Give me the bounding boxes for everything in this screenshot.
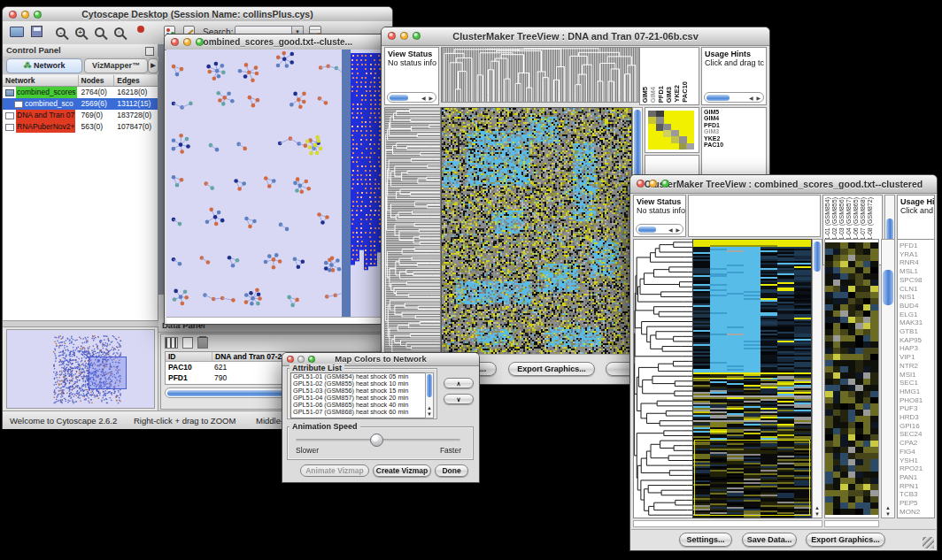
tv1-export-graphics-button[interactable]: Export Graphics... xyxy=(508,362,595,376)
resize-grip[interactable] xyxy=(923,537,934,548)
network-table-row[interactable]: DNA and Tran 07 769(0) 183728(0) xyxy=(3,110,158,121)
tv2-row-label[interactable]: TCB3 xyxy=(898,490,934,499)
scroll-arrows-icon[interactable]: ▲▼ xyxy=(882,505,894,518)
tv2-row-label[interactable]: FIG4 xyxy=(898,448,934,456)
network-graph-canvas[interactable] xyxy=(166,51,344,317)
cytoscape-titlebar[interactable]: Cytoscape Desktop (Session Name: collins… xyxy=(3,7,392,22)
done-button[interactable]: Done xyxy=(435,464,468,477)
treeview1-titlebar[interactable]: ClusterMaker TreeView : DNA and Tran 07-… xyxy=(382,27,769,46)
close-icon[interactable] xyxy=(9,11,17,19)
tv2-row-label[interactable]: HAP3 xyxy=(898,344,934,353)
tv1-status-scrollbar[interactable]: ◀ ▶ xyxy=(387,92,436,103)
minimize-icon[interactable] xyxy=(400,32,408,40)
tv2-row-label[interactable]: MSL1 xyxy=(898,267,934,276)
tv2-row-label[interactable]: SPC98 xyxy=(898,276,934,285)
tv2-heatmap-canvas[interactable] xyxy=(692,239,812,518)
help-lifesaver-icon[interactable] xyxy=(137,26,144,33)
splitter-handle[interactable] xyxy=(3,320,158,327)
tv2-heatmap-vscrollbar[interactable]: ▲▼ xyxy=(812,239,822,518)
create-vizmap-button[interactable]: Create Vizmap xyxy=(373,464,431,477)
tv1-thumbnail-panel[interactable] xyxy=(645,107,699,153)
tv2-row-label[interactable]: YSH1 xyxy=(898,456,934,465)
network-view-titlebar[interactable]: combined_scores_good.txt--cluste... xyxy=(165,35,386,50)
tv1-column-label[interactable]: PFD1 xyxy=(658,86,665,103)
animate-vizmap-button[interactable]: Animate Vizmap xyxy=(300,464,369,477)
zoom-window-icon[interactable] xyxy=(413,32,421,40)
tv2-zoom-heatmap[interactable] xyxy=(825,242,878,515)
zoom-window-icon[interactable] xyxy=(34,11,42,19)
save-icon[interactable] xyxy=(31,26,42,37)
tv2-row-label[interactable]: MAK31 xyxy=(898,318,934,327)
tv1-row-label[interactable]: GIM3 xyxy=(702,128,766,134)
tv2-row-label[interactable]: RPO21 xyxy=(898,464,934,473)
tab-overflow-icon[interactable]: ▶ xyxy=(148,58,158,73)
tv1-hints-scrollbar[interactable]: ◀ ▶ xyxy=(704,92,764,103)
tv2-row-label[interactable]: GPI16 xyxy=(898,422,934,431)
close-icon[interactable] xyxy=(388,32,396,40)
tv2-zoom-hscrollbar[interactable] xyxy=(824,520,879,527)
close-icon[interactable] xyxy=(171,38,179,46)
tv2-row-dendrogram[interactable] xyxy=(633,239,693,518)
close-icon[interactable] xyxy=(637,180,645,188)
network-table-row[interactable]: combined_scores 2764(0) 16218(0) xyxy=(3,87,158,98)
tv1-column-label[interactable]: PAC10 xyxy=(682,81,689,103)
tv2-export-graphics-button[interactable]: Export Graphics... xyxy=(806,533,885,547)
tv2-row-label[interactable]: SEC24 xyxy=(898,430,934,439)
tv1-heatmap-canvas[interactable] xyxy=(441,107,632,355)
tv2-rowlabel-scrollbar[interactable]: ▲▼ xyxy=(881,239,895,518)
tv1-row-label[interactable]: YKE2 xyxy=(702,135,766,142)
tv1-row-label[interactable]: PAC10 xyxy=(702,142,766,148)
birdseye-view[interactable] xyxy=(6,329,155,409)
new-attribute-icon[interactable] xyxy=(182,337,193,349)
tv2-row-label[interactable]: PUF3 xyxy=(898,404,934,413)
open-file-icon[interactable] xyxy=(10,27,24,37)
zoom-selected-icon[interactable]: ▫ xyxy=(114,27,124,37)
tv2-row-label[interactable]: YRA1 xyxy=(898,250,934,259)
tv2-column-dendrogram[interactable] xyxy=(688,195,821,237)
tv2-row-label[interactable]: MON2 xyxy=(898,508,934,517)
tv1-column-label[interactable]: GIM5 xyxy=(642,87,649,103)
tv2-row-label[interactable]: PEP5 xyxy=(898,499,934,508)
network-table-row[interactable]: combined_sco 2569(6) 13112(15) xyxy=(3,98,158,110)
tv2-row-label[interactable]: PAN1 xyxy=(898,473,934,482)
tv1-column-dendrogram[interactable] xyxy=(441,47,639,103)
attribute-list-scrollbar[interactable]: ▲▼ xyxy=(425,372,434,418)
slider-thumb[interactable] xyxy=(370,433,383,447)
minimize-icon[interactable] xyxy=(183,38,191,46)
tv2-row-label[interactable]: CPA2 xyxy=(898,439,934,448)
zoom-in-icon[interactable]: + xyxy=(75,27,85,37)
tv2-row-labels[interactable]: PFD1YRA1RNR4MSL1SPC98CLN1NIS1BUD4ELG1MAK… xyxy=(897,239,935,518)
tv2-row-label[interactable]: VIP1 xyxy=(898,353,934,362)
attribute-list-item[interactable]: GPL51-07 (GSM868) heat shock 60 min xyxy=(291,409,426,416)
tv1-row-label[interactable]: PFD1 xyxy=(702,122,766,128)
zoom-window-icon[interactable] xyxy=(661,180,669,188)
tv2-row-label[interactable]: RNR4 xyxy=(898,258,934,267)
delete-attribute-icon[interactable] xyxy=(197,337,208,349)
zoom-window-icon[interactable] xyxy=(308,356,315,363)
tv1-row-dendrogram[interactable] xyxy=(384,107,441,355)
tv1-column-labels[interactable]: GIM5GIM4PFD1GIM3YKE2PAC10 xyxy=(639,47,699,105)
tab-vizmapper[interactable]: VizMapper™ xyxy=(84,58,148,73)
tv1-column-label[interactable]: YKE2 xyxy=(674,85,681,103)
tv2-row-label[interactable]: GTB1 xyxy=(898,327,934,336)
tv2-zoom-panel[interactable] xyxy=(824,239,879,518)
tv2-row-label[interactable]: ELG1 xyxy=(898,311,934,319)
move-up-button[interactable]: ∧ xyxy=(444,378,474,388)
network-table-row[interactable]: RNAPuberNov2+ 563(0) 107847(0) xyxy=(3,121,158,133)
tv1-column-label[interactable]: GIM4 xyxy=(650,87,657,103)
zoom-out-icon[interactable]: - xyxy=(56,27,66,37)
network-canvas-area[interactable] xyxy=(166,50,384,317)
tab-network[interactable]: ⁂ Network xyxy=(6,58,82,73)
float-panel-icon[interactable] xyxy=(145,47,154,56)
tv1-row-label[interactable]: GIM5 xyxy=(702,109,766,115)
tv2-row-label[interactable]: BUD4 xyxy=(898,302,934,311)
zoom-fit-icon[interactable] xyxy=(95,27,104,37)
tv2-status-scrollbar[interactable]: ◀ ▶ xyxy=(636,224,683,234)
minimize-icon[interactable] xyxy=(649,180,657,188)
tv2-row-label[interactable]: KAP95 xyxy=(898,336,934,345)
attribute-listbox[interactable]: GPL51-01 (GSM854) heat shock 05 minGPL51… xyxy=(290,372,427,418)
tv2-hscrollbar[interactable] xyxy=(633,520,822,527)
tv2-row-label[interactable]: PHO81 xyxy=(898,396,934,405)
birdseye-canvas[interactable] xyxy=(7,330,152,406)
tv2-save-data-button[interactable]: Save Data... xyxy=(742,533,797,547)
